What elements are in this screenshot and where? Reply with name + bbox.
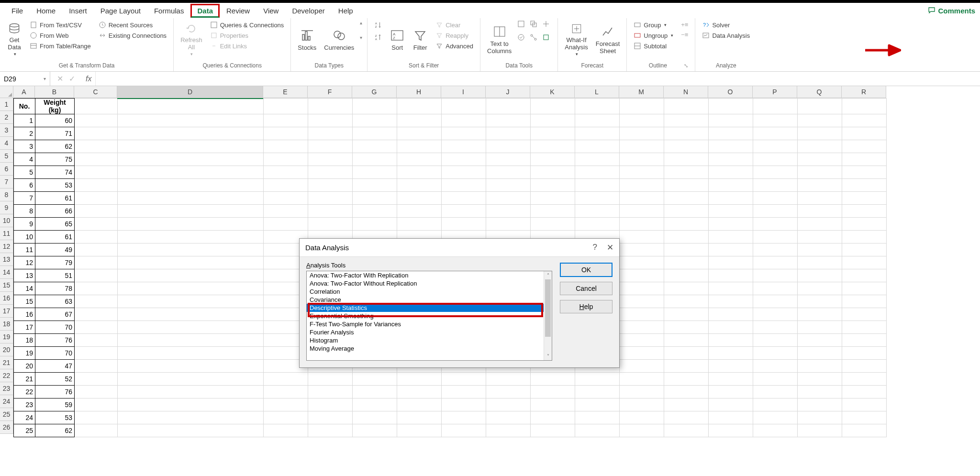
tab-insert[interactable]: Insert	[62, 4, 94, 18]
cell-D2[interactable]	[118, 114, 264, 127]
cell-C20[interactable]	[75, 347, 118, 360]
cell-P15[interactable]	[753, 282, 798, 295]
dialog-close-icon[interactable]: ✕	[607, 243, 613, 253]
col-header-I[interactable]: I	[441, 86, 486, 98]
cell-B16[interactable]: 63	[35, 295, 75, 308]
cell-K10[interactable]	[531, 218, 575, 231]
cell-B17[interactable]: 67	[35, 308, 75, 321]
cell-C16[interactable]	[75, 295, 118, 308]
cell-Q24[interactable]	[798, 399, 842, 411]
cell-R13[interactable]	[842, 256, 887, 269]
ok-button[interactable]: OK	[560, 263, 612, 277]
cell-F3[interactable]	[308, 127, 353, 140]
data-analysis-button[interactable]: Data Analysis	[700, 31, 752, 40]
cell-C19[interactable]	[75, 334, 118, 347]
cell-R5[interactable]	[842, 153, 887, 166]
cell-P25[interactable]	[753, 411, 798, 424]
cell-Q5[interactable]	[798, 153, 842, 166]
cell-M4[interactable]	[620, 140, 664, 153]
row-header-16[interactable]: 16	[0, 292, 13, 305]
cell-Q13[interactable]	[798, 256, 842, 269]
cell-K6[interactable]	[531, 166, 575, 179]
cell-B14[interactable]: 51	[35, 269, 75, 282]
cell-F23[interactable]	[308, 386, 353, 399]
cell-J7[interactable]	[486, 179, 531, 192]
cell-R15[interactable]	[842, 282, 887, 295]
cell-R10[interactable]	[842, 218, 887, 231]
text-to-columns[interactable]: Text to Columns	[485, 20, 513, 58]
cell-H3[interactable]	[397, 127, 442, 140]
row-header-17[interactable]: 17	[0, 305, 13, 318]
cell-K25[interactable]	[531, 411, 575, 424]
cell-A14[interactable]: 13	[14, 269, 35, 282]
cell-B20[interactable]: 70	[35, 347, 75, 360]
cell-F24[interactable]	[308, 399, 353, 411]
cell-R3[interactable]	[842, 127, 887, 140]
cell-B2[interactable]: 60	[35, 114, 75, 127]
cell-P18[interactable]	[753, 321, 798, 334]
cell-O16[interactable]	[709, 295, 753, 308]
cell-E25[interactable]	[264, 411, 308, 424]
cell-Q12[interactable]	[798, 244, 842, 256]
cell-E10[interactable]	[264, 218, 308, 231]
row-header-10[interactable]: 10	[0, 214, 13, 227]
cell-F2[interactable]	[308, 114, 353, 127]
cell-E6[interactable]	[264, 166, 308, 179]
cell-J23[interactable]	[486, 386, 531, 399]
cell-R12[interactable]	[842, 244, 887, 256]
row-header-18[interactable]: 18	[0, 318, 13, 331]
cell-G26[interactable]	[353, 424, 397, 437]
cell-A16[interactable]: 15	[14, 295, 35, 308]
cell-H1[interactable]	[397, 99, 442, 114]
cell-R1[interactable]	[842, 99, 887, 114]
tab-view[interactable]: View	[256, 4, 285, 18]
cell-Q21[interactable]	[798, 360, 842, 373]
cell-L2[interactable]	[575, 114, 620, 127]
row-header-20[interactable]: 20	[0, 343, 13, 356]
cell-C7[interactable]	[75, 179, 118, 192]
cell-P21[interactable]	[753, 360, 798, 373]
cell-Q22[interactable]	[798, 373, 842, 386]
cell-G1[interactable]	[353, 99, 397, 114]
cell-C18[interactable]	[75, 321, 118, 334]
cell-R6[interactable]	[842, 166, 887, 179]
cell-N12[interactable]	[664, 244, 709, 256]
cell-O21[interactable]	[709, 360, 753, 373]
cell-A12[interactable]: 11	[14, 244, 35, 256]
cell-A17[interactable]: 16	[14, 308, 35, 321]
cell-R19[interactable]	[842, 334, 887, 347]
cell-R16[interactable]	[842, 295, 887, 308]
cell-R24[interactable]	[842, 399, 887, 411]
cell-Q25[interactable]	[798, 411, 842, 424]
cell-G10[interactable]	[353, 218, 397, 231]
cell-Q3[interactable]	[798, 127, 842, 140]
from-text-csv[interactable]: From Text/CSV	[28, 20, 93, 30]
cell-G25[interactable]	[353, 411, 397, 424]
cell-R25[interactable]	[842, 411, 887, 424]
fx-icon[interactable]: fx	[82, 72, 96, 86]
cell-P13[interactable]	[753, 256, 798, 269]
cell-K26[interactable]	[531, 424, 575, 437]
cell-O9[interactable]	[709, 205, 753, 218]
cell-N6[interactable]	[664, 166, 709, 179]
cell-N25[interactable]	[664, 411, 709, 424]
cell-C26[interactable]	[75, 424, 118, 437]
recent-sources[interactable]: Recent Sources	[97, 20, 168, 30]
cell-K7[interactable]	[531, 179, 575, 192]
cell-C17[interactable]	[75, 308, 118, 321]
data-model-icon[interactable]	[542, 33, 550, 41]
cell-F25[interactable]	[308, 411, 353, 424]
cell-A6[interactable]: 5	[14, 166, 35, 179]
row-header-13[interactable]: 13	[0, 253, 13, 266]
group-button[interactable]: Group ▾	[632, 20, 675, 30]
cell-G6[interactable]	[353, 166, 397, 179]
cell-N8[interactable]	[664, 192, 709, 205]
cell-G22[interactable]	[353, 373, 397, 386]
col-header-N[interactable]: N	[664, 86, 708, 98]
cell-M17[interactable]	[620, 308, 664, 321]
cell-N20[interactable]	[664, 347, 709, 360]
cell-A20[interactable]: 19	[14, 347, 35, 360]
comments-button[interactable]: Comments	[928, 7, 975, 15]
cell-O5[interactable]	[709, 153, 753, 166]
cell-P14[interactable]	[753, 269, 798, 282]
